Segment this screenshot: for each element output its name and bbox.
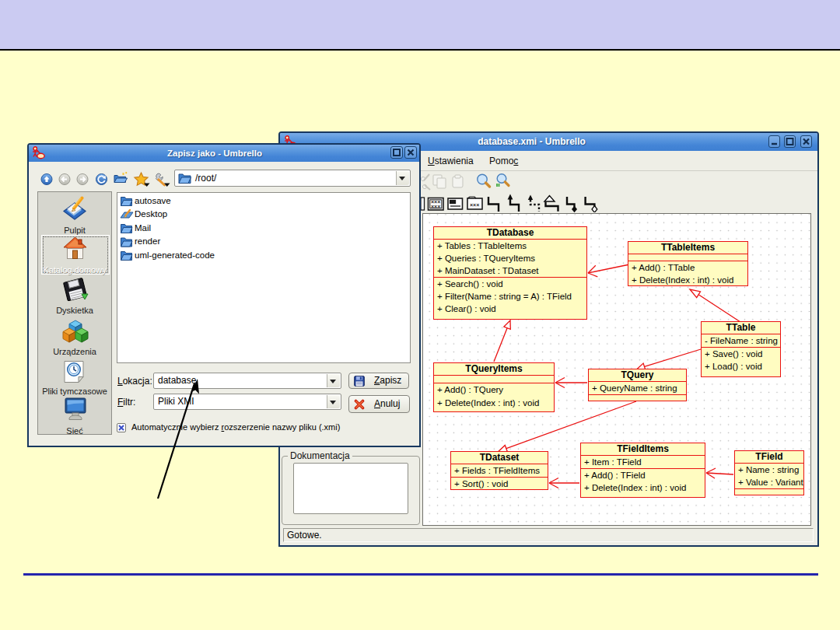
svg-text:×××: ××× bbox=[470, 202, 479, 208]
svg-text:×××: ××× bbox=[431, 204, 440, 209]
